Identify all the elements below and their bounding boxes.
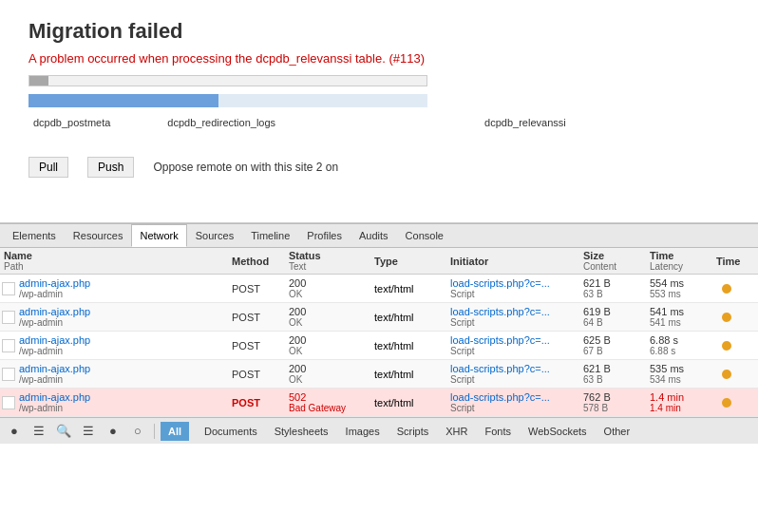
progress-bar-fill xyxy=(28,94,218,107)
devtools-tabs: Elements Resources Network Sources Timel… xyxy=(0,223,758,248)
network-rows: admin-ajax.php /wp-admin POST 200 OK tex… xyxy=(0,275,758,417)
table-row[interactable]: admin-ajax.php /wp-admin POST 200 OK tex… xyxy=(0,275,758,303)
file-icon xyxy=(2,339,15,352)
clear-button[interactable]: ☰ xyxy=(28,422,49,441)
row-type: text/html xyxy=(370,340,446,352)
header-time: Time Latency xyxy=(646,250,712,272)
header-timeline: Time xyxy=(712,256,741,267)
table-label-3: dcpdb_relevanssi xyxy=(484,117,566,128)
table-row[interactable]: admin-ajax.php /wp-admin POST 200 OK tex… xyxy=(0,303,758,332)
timeline-indicator xyxy=(722,341,731,351)
tab-resources[interactable]: Resources xyxy=(65,224,132,247)
row-initiator: load-scripts.php?c=... Script xyxy=(446,277,579,299)
row-time: 535 ms 534 ms xyxy=(646,363,712,385)
header-status: Status Text xyxy=(285,250,370,272)
push-button[interactable]: Push xyxy=(87,157,134,178)
header-name: Name Path xyxy=(0,250,228,272)
filter-tab-websockets[interactable]: WebSockets xyxy=(521,424,595,439)
row-status: 200 OK xyxy=(285,363,370,385)
row-filename: admin-ajax.php xyxy=(19,391,90,403)
row-type: text/html xyxy=(370,397,446,408)
timeline-indicator xyxy=(722,284,731,294)
row-name-cell: admin-ajax.php /wp-admin xyxy=(0,306,228,328)
timeline-indicator xyxy=(722,313,731,322)
row-filename: admin-ajax.php xyxy=(19,334,90,346)
filter-button[interactable]: ☰ xyxy=(78,422,99,441)
wordpress-bar: Pull Push Oppose remote on with this sit… xyxy=(28,157,730,178)
block-button[interactable]: ○ xyxy=(127,422,148,441)
tab-timeline[interactable]: Timeline xyxy=(242,224,298,247)
row-size: 625 B 67 B xyxy=(579,334,646,356)
stop-recording-button[interactable]: ● xyxy=(4,422,25,441)
row-name-text: admin-ajax.php /wp-admin xyxy=(19,363,90,385)
header-initiator: Initiator xyxy=(446,256,579,267)
filter-tab-images[interactable]: Images xyxy=(338,424,388,439)
row-name-cell: admin-ajax.php /wp-admin xyxy=(0,334,228,356)
filter-tab-xhr[interactable]: XHR xyxy=(438,424,475,439)
table-labels: dcpdb_postmeta dcpdb_redirection_logs dc… xyxy=(28,117,730,128)
timeline-indicator xyxy=(722,370,731,379)
tab-sources[interactable]: Sources xyxy=(187,224,242,247)
network-header: Name Path Method Status Text Type Initia… xyxy=(0,248,758,275)
row-name-text: admin-ajax.php /wp-admin xyxy=(19,277,90,299)
file-icon xyxy=(2,282,15,295)
scrollbar[interactable] xyxy=(28,75,427,86)
row-name-text: admin-ajax.php /wp-admin xyxy=(19,306,90,328)
row-status: 200 OK xyxy=(285,306,370,328)
row-path: /wp-admin xyxy=(19,317,90,328)
row-filename: admin-ajax.php xyxy=(19,363,90,374)
row-status: 200 OK xyxy=(285,277,370,299)
row-name-cell: admin-ajax.php /wp-admin xyxy=(0,277,228,299)
row-method: POST xyxy=(228,397,285,408)
search-button[interactable]: 🔍 xyxy=(53,422,74,441)
row-status: 502 Bad Gateway xyxy=(285,391,370,413)
table-label-2: dcpdb_redirection_logs xyxy=(167,117,275,128)
settings-button[interactable]: ● xyxy=(103,422,123,441)
tab-console[interactable]: Console xyxy=(397,224,452,247)
tab-network[interactable]: Network xyxy=(131,224,186,247)
row-filename: admin-ajax.php xyxy=(19,277,90,289)
filter-tab-fonts[interactable]: Fonts xyxy=(478,424,520,439)
pull-button[interactable]: Pull xyxy=(28,157,68,178)
bottom-toolbar: ● ☰ 🔍 ☰ ● ○ All DocumentsStylesheetsImag… xyxy=(0,417,758,444)
row-method: POST xyxy=(228,283,285,294)
table-label-1: dcpdb_postmeta xyxy=(33,117,110,128)
row-method: POST xyxy=(228,312,285,323)
row-initiator: load-scripts.php?c=... Script xyxy=(446,391,579,413)
row-type: text/html xyxy=(370,312,446,323)
row-path: /wp-admin xyxy=(19,403,90,413)
table-row[interactable]: admin-ajax.php /wp-admin POST 200 OK tex… xyxy=(0,360,758,389)
row-timeline xyxy=(712,284,741,294)
row-time: 554 ms 553 ms xyxy=(646,277,712,299)
row-method: POST xyxy=(228,369,285,380)
row-filename: admin-ajax.php xyxy=(19,306,90,317)
header-size: Size Content xyxy=(579,250,646,272)
filter-tab-stylesheets[interactable]: Stylesheets xyxy=(267,424,336,439)
row-path: /wp-admin xyxy=(19,289,90,299)
file-icon xyxy=(2,311,15,324)
row-timeline xyxy=(712,398,741,408)
row-time: 1.4 min 1.4 min xyxy=(646,391,712,413)
row-method: POST xyxy=(228,340,285,352)
row-time: 541 ms 541 ms xyxy=(646,306,712,328)
row-status: 200 OK xyxy=(285,334,370,356)
tab-profiles[interactable]: Profiles xyxy=(298,224,351,247)
network-table: Name Path Method Status Text Type Initia… xyxy=(0,248,758,417)
filter-all-button[interactable]: All xyxy=(161,422,189,441)
row-initiator: load-scripts.php?c=... Script xyxy=(446,334,579,356)
row-type: text/html xyxy=(370,283,446,294)
tab-elements[interactable]: Elements xyxy=(4,224,65,247)
row-name-text: admin-ajax.php /wp-admin xyxy=(19,391,90,413)
tab-audits[interactable]: Audits xyxy=(351,224,397,247)
toolbar-separator xyxy=(154,424,155,439)
table-row[interactable]: admin-ajax.php /wp-admin POST 200 OK tex… xyxy=(0,332,758,360)
row-name-text: admin-ajax.php /wp-admin xyxy=(19,334,90,356)
row-size: 762 B 578 B xyxy=(579,391,646,413)
filter-tabs: DocumentsStylesheetsImagesScriptsXHRFont… xyxy=(197,424,637,439)
row-initiator: load-scripts.php?c=... Script xyxy=(446,306,579,328)
table-row[interactable]: admin-ajax.php /wp-admin POST 502 Bad Ga… xyxy=(0,389,758,417)
filter-tab-documents[interactable]: Documents xyxy=(197,424,265,439)
row-name-cell: admin-ajax.php /wp-admin xyxy=(0,391,228,413)
filter-tab-other[interactable]: Other xyxy=(597,424,638,439)
filter-tab-scripts[interactable]: Scripts xyxy=(389,424,437,439)
